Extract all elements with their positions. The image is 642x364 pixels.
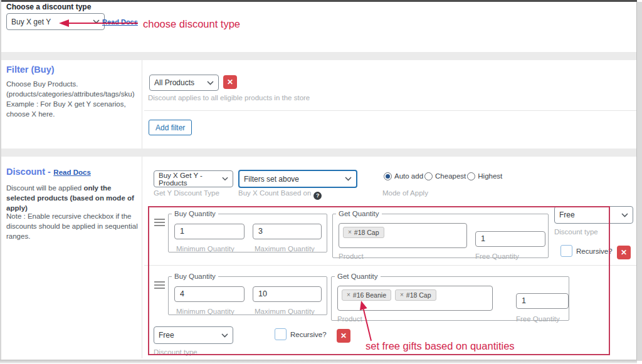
section-gap xyxy=(1,148,636,157)
radio-cheapest[interactable] xyxy=(424,172,433,180)
buy-quantity-group: Buy Quantity Minimum Quantity Maximum Qu… xyxy=(168,211,327,252)
radio-highest[interactable] xyxy=(467,172,475,180)
column-divider xyxy=(142,60,142,148)
discount-rule-editor-page: Choose a discount type Buy X get Y Read … xyxy=(0,0,642,364)
mode-of-apply-label: Mode of Apply xyxy=(382,190,428,197)
max-quantity-label: Maximum Quantity xyxy=(255,246,315,253)
row-divider xyxy=(144,265,636,266)
discount-type-row-select[interactable]: Free xyxy=(554,206,633,224)
buy-quantity-legend: Buy Quantity xyxy=(172,273,218,281)
annotation-top-note: choose discount type xyxy=(143,18,240,31)
buy-quantity-legend: Buy Quantity xyxy=(172,211,218,218)
radio-cheapest-label: Cheapest xyxy=(435,173,466,180)
discount-type-row-select[interactable]: Free xyxy=(154,326,233,344)
chip-remove-icon[interactable]: × xyxy=(348,229,352,236)
drag-handle-icon[interactable] xyxy=(154,219,165,228)
read-docs-link-discount[interactable]: Read Docs xyxy=(53,169,90,176)
product-chip: ×#16 Beanie xyxy=(342,289,391,301)
help-icon[interactable]: ? xyxy=(313,192,322,200)
discount-type-row-value: Free xyxy=(559,211,575,219)
discount-type-label: Discount type xyxy=(154,349,197,356)
product-chip: ×#18 Cap xyxy=(343,227,384,239)
product-multiselect[interactable]: ×#18 Cap xyxy=(339,223,467,248)
remove-row-button[interactable]: ✕ xyxy=(617,246,631,259)
max-quantity-input[interactable] xyxy=(253,224,322,239)
recursive-checkbox[interactable] xyxy=(560,245,572,257)
chip-remove-icon[interactable]: × xyxy=(400,292,404,298)
get-quantity-legend: Get Quantity xyxy=(335,273,381,281)
radio-auto-add-label: Auto add xyxy=(394,173,423,180)
remove-row-button[interactable]: ✕ xyxy=(337,329,350,343)
free-quantity-input[interactable] xyxy=(516,293,569,309)
remove-filter-button[interactable]: ✕ xyxy=(223,75,237,89)
discount-section-description: Discount will be applied only the select… xyxy=(6,183,142,213)
product-label: Product xyxy=(337,316,362,323)
recursive-checkbox[interactable] xyxy=(275,328,287,340)
mode-of-apply-radios: Auto add Cheapest Highest xyxy=(384,172,502,180)
get-quantity-group: Get Quantity ×#16 Beanie ×#18 Cap Produc… xyxy=(331,273,569,321)
discount-section-note: Note : Enable recursive checkbox if the … xyxy=(6,211,142,241)
discount-type-label: Discount type xyxy=(554,229,598,236)
section-gap xyxy=(1,52,636,60)
window-border xyxy=(1,0,637,2)
recursive-label: Recursive? xyxy=(576,248,613,256)
max-quantity-input[interactable] xyxy=(253,286,322,302)
buy-x-count-value: Filters set above xyxy=(244,175,299,184)
free-quantity-label: Free Quantity xyxy=(516,316,560,323)
product-chip: ×#18 Cap xyxy=(395,289,436,301)
buy-x-count-select[interactable]: Filters set above xyxy=(238,170,357,188)
window-shadow xyxy=(0,360,637,363)
chevron-down-icon xyxy=(221,333,228,338)
chevron-down-icon xyxy=(621,213,628,217)
chip-remove-icon[interactable]: × xyxy=(347,292,350,298)
min-quantity-label: Minimum Quantity xyxy=(176,246,234,253)
free-quantity-input[interactable] xyxy=(475,231,545,247)
get-y-discount-type-select[interactable]: Buy X Get Y - Products xyxy=(154,170,233,187)
filter-type-select-value: All Products xyxy=(154,78,194,87)
product-label: Product xyxy=(339,253,364,261)
column-divider xyxy=(142,157,142,358)
radio-auto-add[interactable] xyxy=(384,172,392,180)
buy-quantity-group: Buy Quantity Minimum Quantity Maximum Qu… xyxy=(168,273,327,315)
filter-section-title: Filter (Buy) xyxy=(6,65,55,75)
chevron-down-icon xyxy=(345,177,352,181)
annotation-bottom-note: set free gifts based on quantities xyxy=(366,340,515,353)
get-y-discount-type-label: Get Y Discount Type xyxy=(154,190,219,197)
min-quantity-input[interactable] xyxy=(174,224,245,239)
filter-section-description: Choose Buy Products. (products/categorie… xyxy=(6,79,141,119)
read-docs-link-top[interactable]: Read Docs xyxy=(102,19,138,26)
filter-divider xyxy=(144,110,636,111)
free-quantity-label: Free Quantity xyxy=(475,253,519,261)
discount-type-select[interactable]: Buy X get Y xyxy=(6,13,105,30)
product-multiselect[interactable]: ×#16 Beanie ×#18 Cap xyxy=(337,286,493,311)
window-border xyxy=(0,0,1,360)
chevron-down-icon xyxy=(222,177,228,181)
discount-section-title: Discount - xyxy=(6,167,51,177)
filter-helper-text: Discount applies to all eligible product… xyxy=(148,95,310,102)
chevron-down-icon xyxy=(207,81,214,85)
chevron-down-icon xyxy=(93,19,100,24)
window-border xyxy=(637,2,642,361)
get-quantity-group: Get Quantity ×#18 Cap Product Free Quant… xyxy=(332,211,549,258)
drag-handle-icon[interactable] xyxy=(154,281,165,291)
filter-type-select[interactable]: All Products xyxy=(149,75,219,91)
max-quantity-label: Maximum Quantity xyxy=(255,308,315,316)
get-y-discount-type-value: Buy X Get Y - Products xyxy=(159,172,219,187)
get-quantity-legend: Get Quantity xyxy=(336,211,382,218)
discount-type-label: Choose a discount type xyxy=(6,3,91,11)
discount-type-row-value: Free xyxy=(159,331,174,340)
radio-highest-label: Highest xyxy=(478,173,502,180)
add-filter-button[interactable]: Add filter xyxy=(149,120,192,135)
buy-x-count-label: Buy X Count Based on? xyxy=(238,190,322,200)
min-quantity-label: Minimum Quantity xyxy=(176,308,234,316)
min-quantity-input[interactable] xyxy=(174,286,245,302)
recursive-label: Recursive? xyxy=(290,331,327,339)
discount-type-select-value: Buy X get Y xyxy=(11,18,51,26)
